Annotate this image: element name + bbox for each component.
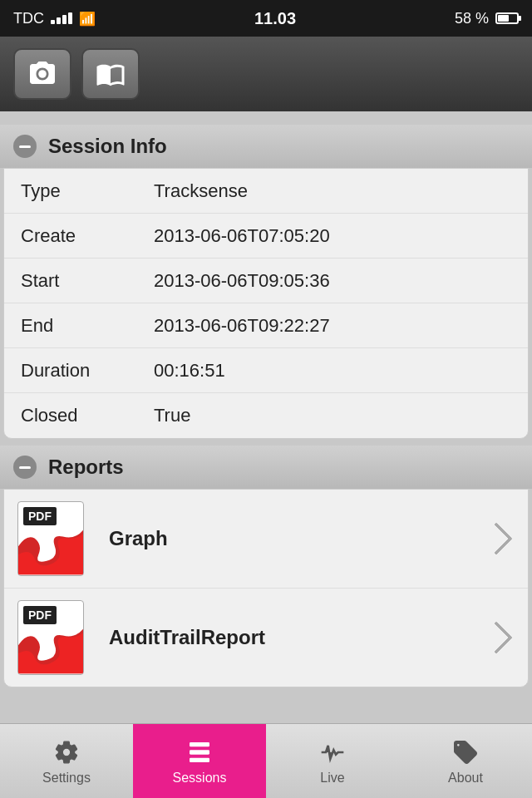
signal-bars xyxy=(51,12,72,24)
camera-button[interactable] xyxy=(13,48,71,100)
info-row-duration: Duration 00:16:51 xyxy=(4,348,528,393)
pdf-icon-audit: PDF xyxy=(17,600,92,675)
session-info-collapse-btn[interactable] xyxy=(13,135,37,158)
tab-live-label: Live xyxy=(320,771,344,786)
pdf-icon-graph: PDF xyxy=(17,501,92,576)
session-info-section: Session Info Type Tracksense Create 2013… xyxy=(0,125,532,439)
reports-collapse-btn[interactable] xyxy=(13,456,37,479)
camera-icon xyxy=(27,59,57,89)
chevron-right-audit xyxy=(480,621,513,654)
battery-icon xyxy=(495,12,519,24)
session-info-header: Session Info xyxy=(0,125,532,168)
info-row-closed: Closed True xyxy=(4,393,528,438)
report-item-audit[interactable]: PDF AuditTrailReport xyxy=(4,589,528,687)
reports-section: Reports PDF Graph xyxy=(0,446,532,687)
label-end: End xyxy=(21,315,154,337)
report-audit-label: AuditTrailReport xyxy=(109,626,485,649)
clock: 11.03 xyxy=(254,9,296,28)
info-row-end: End 2013-06-06T09:22:27 xyxy=(4,303,528,348)
value-type: Tracksense xyxy=(154,180,248,202)
reports-title: Reports xyxy=(48,456,124,479)
svg-rect-1 xyxy=(190,750,209,754)
main-content: Session Info Type Tracksense Create 2013… xyxy=(0,111,532,723)
tab-settings-label: Settings xyxy=(42,771,91,786)
label-start: Start xyxy=(21,270,154,292)
gear-icon xyxy=(52,737,81,767)
pdf-ribbon-audit xyxy=(18,628,83,674)
value-duration: 00:16:51 xyxy=(154,360,225,382)
svg-rect-0 xyxy=(190,742,209,746)
info-row-type: Type Tracksense xyxy=(4,169,528,214)
tab-bar: Settings Sessions Live About xyxy=(0,723,532,798)
status-right: 58 % xyxy=(455,10,519,27)
svg-rect-2 xyxy=(190,757,209,761)
report-graph-label: Graph xyxy=(109,527,485,550)
books-button[interactable] xyxy=(81,48,140,100)
report-item-graph[interactable]: PDF Graph xyxy=(4,490,528,589)
tab-sessions[interactable]: Sessions xyxy=(133,724,266,798)
status-bar: TDC 📶 11.03 58 % xyxy=(0,0,532,37)
value-closed: True xyxy=(154,405,190,426)
wifi-icon: 📶 xyxy=(79,11,96,27)
heartbeat-icon xyxy=(318,737,347,767)
session-info-table: Type Tracksense Create 2013-06-06T07:05:… xyxy=(3,168,529,439)
session-info-title: Session Info xyxy=(48,135,167,158)
chevron-right-graph xyxy=(480,522,513,555)
battery-percent: 58 % xyxy=(455,10,489,27)
info-row-create: Create 2013-06-06T07:05:20 xyxy=(4,214,528,259)
value-end: 2013-06-06T09:22:27 xyxy=(154,315,330,337)
reports-list: PDF Graph PDF xyxy=(3,489,529,687)
books-icon xyxy=(96,59,126,89)
tab-live[interactable]: Live xyxy=(266,724,399,798)
tab-about[interactable]: About xyxy=(399,724,532,798)
label-type: Type xyxy=(21,180,154,202)
label-closed: Closed xyxy=(21,405,154,426)
reports-header: Reports xyxy=(0,446,532,489)
value-start: 2013-06-06T09:05:36 xyxy=(154,270,330,292)
tab-about-label: About xyxy=(448,771,483,786)
tag-icon xyxy=(451,737,480,767)
label-duration: Duration xyxy=(21,360,154,382)
carrier-label: TDC xyxy=(13,10,44,27)
pdf-ribbon-graph xyxy=(18,530,83,575)
tab-sessions-label: Sessions xyxy=(173,771,227,786)
sessions-icon xyxy=(185,737,214,767)
info-row-start: Start 2013-06-06T09:05:36 xyxy=(4,259,528,303)
value-create: 2013-06-06T07:05:20 xyxy=(154,225,330,247)
tab-settings[interactable]: Settings xyxy=(0,724,133,798)
status-left: TDC 📶 xyxy=(13,10,96,27)
label-create: Create xyxy=(21,225,154,247)
toolbar xyxy=(0,37,532,111)
